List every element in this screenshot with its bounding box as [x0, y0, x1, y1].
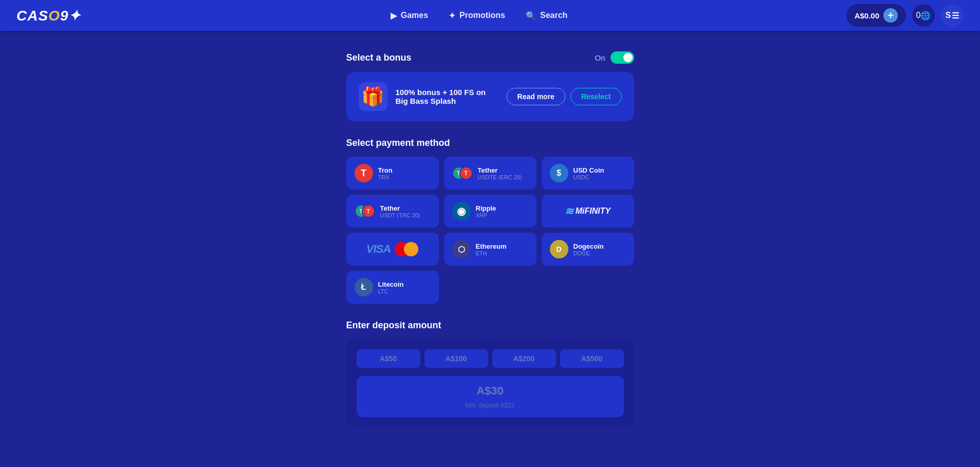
reselect-button[interactable]: Reselect [570, 88, 622, 105]
payment-section-title: Select payment method [346, 138, 634, 148]
payment-grid: T Tron TRX T T Tether USDTE (ERC 20) [346, 157, 634, 304]
content-area: Select a bonus On 🎁 100% bonus + 100 FS … [346, 41, 634, 467]
bonus-section-title: Select a bonus [346, 52, 412, 63]
preset-500[interactable]: A$500 [560, 349, 624, 368]
preset-200[interactable]: A$200 [492, 349, 556, 368]
nav-promotions[interactable]: ✦ Promotions [449, 11, 505, 21]
payment-usdc[interactable]: $ USD Coin USDC [542, 157, 634, 190]
usdc-info: USD Coin USDC [574, 166, 604, 180]
min-deposit-label: Min. deposit A$22 [365, 402, 616, 409]
tron-info: Tron TRX [378, 166, 393, 180]
dogecoin-logo: D [550, 240, 568, 258]
read-more-button[interactable]: Read more [507, 88, 565, 105]
litecoin-info: Litecoin LTC [378, 281, 404, 294]
nav-search[interactable]: 🔍 Search [526, 11, 567, 21]
amount-presets: A$50 A$100 A$200 A$500 [357, 349, 624, 368]
promotions-label: Promotions [459, 11, 505, 20]
bonus-section-header: Select a bonus On [346, 51, 634, 64]
bonus-card: 🎁 100% bonus + 100 FS on Big Bass Splash… [346, 72, 634, 121]
payment-tether-erc[interactable]: T T Tether USDTE (ERC 20) [444, 157, 537, 190]
games-label: Games [401, 11, 428, 20]
preset-50[interactable]: A$50 [357, 349, 420, 368]
nav-games[interactable]: ▶ Games [391, 11, 428, 21]
bonus-actions: Read more Reselect [507, 88, 622, 105]
payment-mifinity[interactable]: ≋ MiFINITY [542, 195, 634, 228]
payment-dogecoin[interactable]: D Dogecoin DOGE [542, 233, 634, 266]
mastercard-logo [395, 242, 418, 256]
payment-ripple[interactable]: ◉ Ripple XRP [444, 195, 537, 228]
play-icon: ▶ [391, 11, 397, 21]
deposit-section-title: Enter deposit amount [346, 320, 634, 331]
dogecoin-info: Dogecoin DOGE [574, 242, 604, 256]
nav-right: A$0.00 + 0 🌐 S ☰ [846, 4, 964, 27]
bonus-icon: 🎁 [359, 82, 387, 111]
balance-button[interactable]: A$0.00 + [846, 4, 906, 27]
ripple-info: Ripple XRP [476, 204, 496, 218]
bonus-toggle-row: On [595, 51, 634, 64]
avatar-letter: S [946, 11, 951, 20]
litecoin-logo: Ł [355, 278, 373, 296]
user-avatar-button[interactable]: S ☰ [941, 4, 964, 27]
sparkle-icon: ✦ [449, 11, 455, 21]
notifications-button[interactable]: 0 🌐 [912, 4, 935, 27]
nav-center: ▶ Games ✦ Promotions 🔍 Search [112, 11, 846, 21]
amount-input-wrapper: A$30 Min. deposit A$22 [357, 376, 624, 417]
ripple-logo: ◉ [452, 202, 471, 220]
payment-litecoin[interactable]: Ł Litecoin LTC [346, 271, 439, 304]
mifinity-logo: ≋ MiFINITY [565, 205, 611, 217]
deposit-amounts: A$50 A$100 A$200 A$500 A$30 Min. deposit… [346, 339, 634, 427]
payment-ethereum[interactable]: ⬡ Ethereum ETH [444, 233, 537, 266]
bonus-toggle[interactable] [611, 51, 634, 64]
balance-amount: A$0.00 [855, 11, 879, 20]
preset-100[interactable]: A$100 [424, 349, 488, 368]
navbar: CASO9✦ ▶ Games ✦ Promotions 🔍 Search A$0… [0, 0, 980, 31]
visa-logo: VISA [366, 242, 391, 256]
notification-count: 0 [916, 11, 921, 20]
usdc-logo: $ [550, 164, 568, 182]
tether-trc-info: Tether USDT (TRC 20) [380, 204, 420, 218]
payment-tron[interactable]: T Tron TRX [346, 157, 439, 190]
payment-tether-trc[interactable]: T T Tether USDT (TRC 20) [346, 195, 439, 228]
bonus-title: 100% bonus + 100 FS on Big Bass Splash [396, 88, 498, 105]
tether-erc-info: Tether USDTE (ERC 20) [478, 166, 522, 180]
main-content: Select a bonus On 🎁 100% bonus + 100 FS … [0, 0, 980, 467]
search-label: Search [540, 11, 567, 20]
bonus-text: 100% bonus + 100 FS on Big Bass Splash [396, 88, 498, 105]
tron-logo: T [355, 164, 373, 182]
ethereum-info: Ethereum ETH [476, 242, 507, 256]
payment-visa-mc[interactable]: VISA [346, 233, 439, 266]
ethereum-logo: ⬡ [452, 240, 471, 258]
current-amount[interactable]: A$30 [365, 384, 616, 398]
toggle-label: On [595, 53, 605, 62]
globe-icon: 🌐 [920, 11, 931, 21]
search-icon: 🔍 [526, 11, 536, 21]
add-funds-button[interactable]: + [883, 8, 898, 23]
logo[interactable]: CASO9✦ [16, 7, 81, 24]
menu-icon: ☰ [952, 11, 959, 21]
toggle-knob [623, 53, 633, 62]
tether-trc-logo: T T [355, 202, 375, 220]
tether-erc-logo: T T [452, 164, 473, 182]
